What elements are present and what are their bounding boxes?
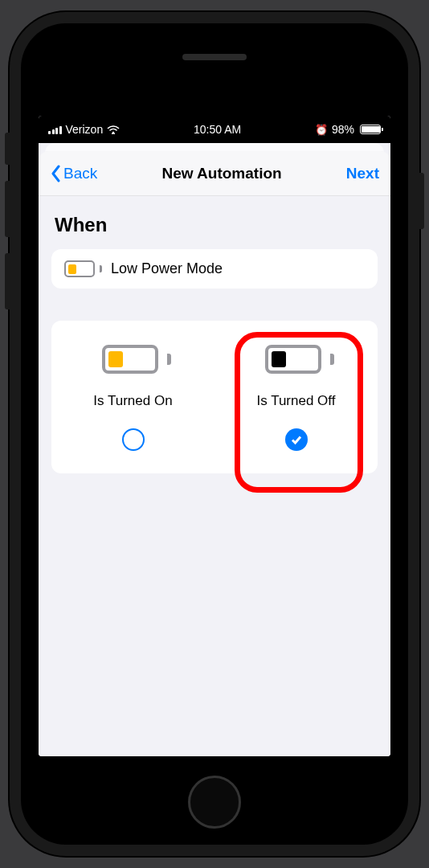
earpiece-speaker [182, 54, 247, 60]
chevron-left-icon [50, 165, 61, 182]
battery-off-icon [265, 345, 328, 374]
modal-sheet: Back New Automation Next When [39, 151, 390, 756]
radio-checked-icon [285, 428, 308, 451]
screen: Verizon 10:50 AM ⏰ 98% [39, 116, 390, 756]
option-off-label: Is Turned Off [257, 393, 336, 409]
alarm-icon: ⏰ [315, 124, 328, 136]
carrier-label: Verizon [66, 123, 104, 136]
back-label: Back [63, 165, 97, 182]
svg-point-0 [112, 132, 115, 134]
content-area: When Low Power Mode [39, 196, 390, 491]
side-buttons-left [5, 133, 10, 326]
next-button[interactable]: Next [346, 165, 379, 182]
mute-switch [5, 133, 10, 165]
battery-percent: 98% [332, 123, 354, 136]
battery-on-icon [102, 345, 165, 374]
option-on-label: Is Turned On [93, 393, 172, 409]
phone-bezel: Verizon 10:50 AM ⏰ 98% [21, 23, 408, 845]
trigger-card: Low Power Mode [51, 249, 378, 289]
radio-unchecked-icon [122, 428, 145, 451]
page-title: New Automation [161, 165, 281, 182]
status-left: Verizon [48, 123, 120, 136]
phone-device-frame: Verizon 10:50 AM ⏰ 98% [10, 12, 419, 856]
status-bar: Verizon 10:50 AM ⏰ 98% [39, 116, 390, 143]
trigger-label: Low Power Mode [111, 260, 223, 277]
option-turned-off[interactable]: Is Turned Off [214, 345, 378, 451]
battery-status-icon [360, 125, 381, 134]
wifi-icon [107, 125, 120, 134]
section-heading: When [51, 214, 378, 236]
options-card: Is Turned On Is Turned Off [51, 321, 378, 473]
side-buttons-right [419, 173, 424, 229]
option-turned-on[interactable]: Is Turned On [51, 345, 214, 451]
back-button[interactable]: Back [50, 165, 97, 182]
cellular-signal-icon [48, 125, 62, 134]
volume-down [5, 253, 10, 309]
trigger-row: Low Power Mode [64, 260, 365, 277]
low-power-mode-icon [64, 260, 98, 277]
status-right: ⏰ 98% [315, 123, 381, 136]
volume-up [5, 181, 10, 237]
power-button [419, 173, 424, 229]
status-time: 10:50 AM [194, 123, 241, 136]
navigation-bar: Back New Automation Next [39, 151, 390, 196]
home-button[interactable] [188, 776, 241, 829]
